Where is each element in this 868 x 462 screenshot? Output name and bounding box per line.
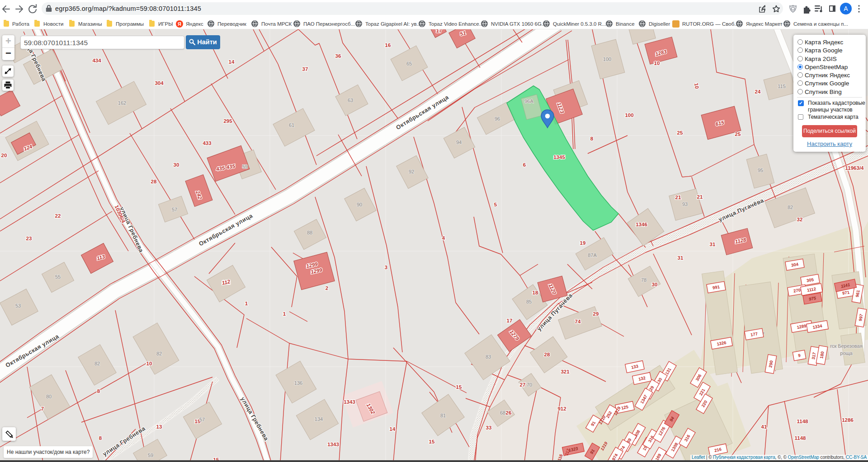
svg-text:92: 92 bbox=[409, 169, 414, 174]
svg-text:57: 57 bbox=[199, 417, 205, 422]
svg-text:912: 912 bbox=[557, 406, 566, 411]
svg-text:1286: 1286 bbox=[842, 417, 854, 423]
svg-text:29: 29 bbox=[593, 311, 599, 317]
svg-text:68: 68 bbox=[500, 410, 505, 415]
svg-text:1148: 1148 bbox=[797, 419, 809, 424]
svg-text:95: 95 bbox=[758, 168, 763, 173]
svg-text:14: 14 bbox=[390, 426, 396, 432]
svg-text:78: 78 bbox=[641, 277, 646, 283]
svg-text:82: 82 bbox=[788, 205, 793, 210]
svg-text:8: 8 bbox=[97, 388, 100, 394]
svg-text:61: 61 bbox=[289, 122, 294, 128]
svg-text:136: 136 bbox=[294, 380, 302, 386]
svg-text:20: 20 bbox=[1, 153, 7, 158]
svg-text:83: 83 bbox=[486, 354, 491, 359]
svg-text:4: 4 bbox=[442, 235, 445, 241]
svg-text:90: 90 bbox=[357, 202, 362, 207]
svg-text:17: 17 bbox=[436, 29, 442, 33]
svg-text:2: 2 bbox=[326, 285, 328, 291]
svg-text:роща: роща bbox=[840, 350, 853, 356]
svg-text:10: 10 bbox=[693, 83, 700, 89]
svg-text:94: 94 bbox=[456, 140, 462, 145]
svg-text:59: 59 bbox=[242, 164, 248, 169]
svg-text:41: 41 bbox=[761, 424, 767, 429]
svg-text:8: 8 bbox=[99, 435, 102, 441]
svg-text:162: 162 bbox=[118, 100, 126, 106]
svg-text:59: 59 bbox=[148, 453, 153, 458]
svg-text:63: 63 bbox=[348, 98, 353, 103]
svg-text:433: 433 bbox=[203, 140, 211, 146]
svg-text:32: 32 bbox=[797, 217, 803, 222]
svg-text:304: 304 bbox=[155, 80, 164, 86]
svg-text:8: 8 bbox=[590, 136, 594, 141]
svg-text:30: 30 bbox=[652, 282, 658, 287]
svg-text:1343: 1343 bbox=[327, 442, 339, 447]
svg-text:19: 19 bbox=[580, 240, 586, 246]
svg-text:18: 18 bbox=[533, 290, 538, 295]
svg-text:96: 96 bbox=[495, 116, 500, 121]
svg-text:28: 28 bbox=[544, 352, 550, 357]
svg-text:1: 1 bbox=[283, 311, 286, 317]
svg-text:82: 82 bbox=[94, 361, 100, 366]
svg-text:27: 27 bbox=[520, 382, 526, 387]
svg-text:37: 37 bbox=[302, 66, 308, 72]
svg-text:33: 33 bbox=[486, 425, 492, 430]
svg-text:1346: 1346 bbox=[636, 222, 647, 227]
svg-text:57: 57 bbox=[172, 207, 177, 212]
svg-text:1343: 1343 bbox=[344, 399, 355, 405]
svg-text:1345: 1345 bbox=[553, 154, 565, 160]
svg-text:53: 53 bbox=[15, 303, 21, 308]
svg-text:25: 25 bbox=[677, 130, 683, 135]
svg-text:100: 100 bbox=[625, 112, 633, 118]
svg-text:30: 30 bbox=[174, 162, 179, 168]
svg-text:13: 13 bbox=[156, 424, 162, 429]
svg-text:70: 70 bbox=[527, 382, 532, 387]
svg-text:21: 21 bbox=[697, 194, 703, 200]
svg-text:6: 6 bbox=[523, 162, 526, 168]
svg-text:28: 28 bbox=[151, 179, 157, 184]
svg-text:74: 74 bbox=[575, 319, 581, 324]
svg-text:гск Березовая: гск Березовая bbox=[830, 343, 862, 349]
svg-text:15: 15 bbox=[456, 384, 462, 390]
svg-text:55: 55 bbox=[55, 274, 61, 280]
svg-text:321: 321 bbox=[561, 369, 570, 374]
svg-text:10: 10 bbox=[654, 61, 660, 66]
svg-text:93: 93 bbox=[682, 201, 688, 207]
svg-text:82: 82 bbox=[156, 351, 162, 356]
svg-text:65: 65 bbox=[406, 61, 412, 66]
svg-text:A: A bbox=[844, 5, 848, 12]
svg-text:14: 14 bbox=[229, 59, 235, 65]
svg-text:88: 88 bbox=[307, 230, 312, 235]
svg-text:115: 115 bbox=[778, 84, 786, 89]
svg-text:21: 21 bbox=[675, 195, 681, 200]
svg-text:5: 5 bbox=[494, 202, 497, 207]
svg-text:17: 17 bbox=[507, 318, 513, 323]
svg-text:26: 26 bbox=[506, 410, 512, 415]
svg-text:31: 31 bbox=[710, 242, 716, 247]
svg-text:7: 7 bbox=[41, 406, 44, 411]
svg-text:16: 16 bbox=[385, 42, 391, 48]
svg-text:1: 1 bbox=[245, 301, 248, 306]
svg-text:100: 100 bbox=[603, 56, 611, 62]
svg-text:80: 80 bbox=[46, 394, 52, 399]
svg-text:434: 434 bbox=[92, 58, 101, 63]
svg-text:22: 22 bbox=[55, 213, 61, 219]
svg-text:24: 24 bbox=[755, 89, 761, 94]
svg-text:87А: 87А bbox=[588, 252, 597, 258]
svg-text:81: 81 bbox=[440, 413, 446, 418]
svg-text:23: 23 bbox=[26, 236, 32, 241]
svg-text:11963/4: 11963/4 bbox=[845, 165, 864, 171]
svg-text:85: 85 bbox=[526, 299, 532, 304]
svg-text:25: 25 bbox=[735, 131, 741, 137]
svg-text:96А: 96А bbox=[524, 98, 533, 104]
svg-text:31: 31 bbox=[678, 255, 684, 261]
svg-text:15: 15 bbox=[429, 439, 435, 444]
svg-text:3: 3 bbox=[385, 265, 387, 270]
svg-text:10: 10 bbox=[146, 361, 152, 366]
svg-text:1148: 1148 bbox=[795, 435, 807, 441]
svg-text:134: 134 bbox=[315, 416, 323, 422]
svg-text:36: 36 bbox=[335, 53, 341, 59]
svg-text:295: 295 bbox=[223, 118, 232, 124]
